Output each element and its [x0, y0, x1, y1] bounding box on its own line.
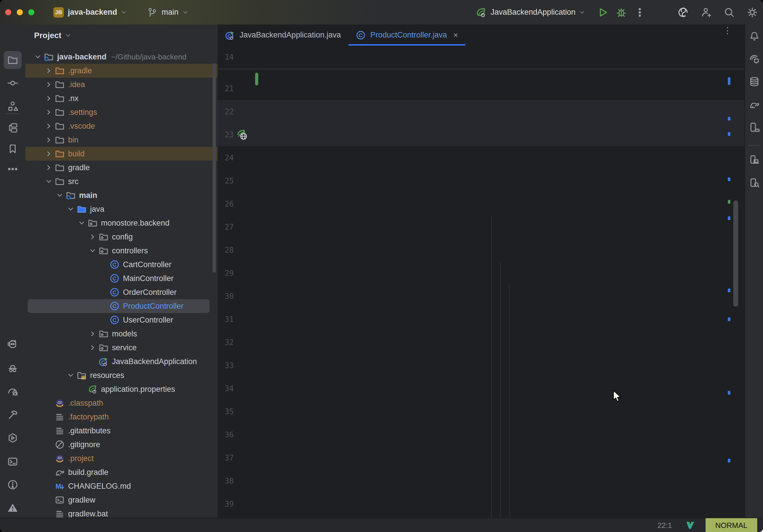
tree-row-.gradle[interactable]: .gradle	[25, 64, 218, 78]
tool-stripe-bookmarks-icon[interactable]	[4, 140, 22, 158]
tool-stripe-project-folder-icon[interactable]	[4, 51, 22, 69]
change-stripe-mark[interactable]	[728, 132, 730, 136]
change-stripe-mark[interactable]	[728, 317, 730, 321]
code-line-23[interactable]: 23	[218, 123, 744, 146]
change-stripe-mark[interactable]	[728, 177, 730, 181]
code-line-28[interactable]: 28	[218, 239, 744, 262]
chevron-down-icon[interactable]	[77, 219, 86, 227]
change-stripe-mark[interactable]	[728, 216, 730, 220]
tree-row-src[interactable]: src	[25, 174, 218, 188]
project-panel-header[interactable]: Project	[25, 25, 218, 47]
caret-position[interactable]: 22:1	[657, 521, 672, 530]
debug-bug-icon[interactable]	[616, 7, 627, 18]
chevron-right-icon[interactable]	[45, 80, 53, 89]
tab-options-kebab-icon[interactable]: ⋮	[723, 29, 732, 33]
tree-row-CHANGELOG.md[interactable]: MCHANGELOG.md	[25, 479, 218, 493]
chevron-down-icon[interactable]	[66, 371, 75, 380]
tool-stripe-build-hammer-icon[interactable]	[4, 406, 22, 424]
code-line-25[interactable]: 25	[218, 169, 744, 192]
tree-row-CartController[interactable]: CCartController	[25, 258, 218, 271]
change-stripe-mark[interactable]	[728, 77, 730, 85]
tree-row-.project[interactable]: .project	[25, 452, 218, 465]
code-line-22[interactable]: 22	[218, 100, 744, 123]
code-line-26[interactable]: 26	[218, 192, 744, 216]
tool-stripe-running-devices-icon[interactable]	[749, 154, 760, 165]
tool-stripe-commit-icon[interactable]	[4, 74, 22, 92]
chevron-right-icon[interactable]	[88, 233, 97, 241]
tree-row-java[interactable]: java	[25, 202, 218, 216]
tree-row-JavaBackendApplication[interactable]: CJavaBackendApplication	[25, 355, 218, 369]
tree-row-.settings[interactable]: .settings	[25, 105, 218, 119]
code-line-39[interactable]: 39	[218, 492, 744, 516]
tool-stripe-terminal-icon[interactable]	[4, 453, 22, 471]
tree-row-controllers[interactable]: controllers	[25, 244, 218, 258]
tree-row-UserController[interactable]: CUserController	[25, 313, 218, 327]
code-line-33[interactable]: 33	[218, 354, 744, 377]
tool-stripe-warnings-icon[interactable]	[4, 499, 22, 517]
code-line-30[interactable]: 30	[218, 285, 744, 308]
tool-stripe-more-icon[interactable]	[4, 160, 22, 178]
chevron-right-icon[interactable]	[45, 66, 53, 75]
tree-row-gradlew.bat[interactable]: gradlew.bat	[25, 507, 218, 518]
tool-stripe-device-android-icon[interactable]	[749, 122, 760, 133]
tree-row-.gitattributes[interactable]: .gitattributes	[25, 424, 218, 438]
chevron-down-icon[interactable]	[45, 177, 53, 186]
change-stripe-mark[interactable]	[728, 459, 730, 463]
editor-scrollbar[interactable]	[733, 200, 738, 307]
vim-mode-badge[interactable]: NORMAL	[706, 518, 757, 532]
project-tree-scrollbar[interactable]	[213, 63, 216, 272]
chevron-down-icon[interactable]	[66, 205, 75, 213]
code-line-38[interactable]: 38	[218, 470, 744, 492]
settings-gear-icon[interactable]	[747, 7, 758, 18]
tree-row-main[interactable]: main	[25, 188, 218, 202]
code-line-34[interactable]: 34	[218, 377, 744, 400]
editor-tab-JavaBackendApplication.java[interactable]: CJavaBackendApplication.java	[218, 25, 348, 46]
tool-stripe-notifications-bell-icon[interactable]	[749, 30, 760, 42]
tree-row-build[interactable]: build	[25, 147, 218, 161]
tree-row-.idea[interactable]: .idea	[25, 78, 218, 91]
tree-row-application.properties[interactable]: application.properties	[25, 382, 218, 396]
tree-row-build.gradle[interactable]: build.gradle	[25, 465, 218, 479]
tree-row-.gitignore[interactable]: .gitignore	[25, 438, 218, 452]
add-user-icon[interactable]	[701, 7, 711, 18]
chevron-down-icon[interactable]	[55, 191, 64, 200]
run-play-icon[interactable]	[598, 7, 608, 18]
change-stripe-mark[interactable]	[728, 288, 730, 292]
chevron-right-icon[interactable]	[45, 108, 53, 117]
tree-row-gradlew[interactable]: gradlew	[25, 493, 218, 507]
tree-row-java-backend[interactable]: java-backend~/Github/java-backend	[25, 50, 218, 64]
change-stripe-mark[interactable]	[728, 391, 730, 395]
tree-row-service[interactable]: service	[25, 341, 218, 355]
run-configuration[interactable]: JavaBackendApplication	[490, 8, 576, 17]
tree-row-ProductController[interactable]: CProductController	[25, 299, 218, 313]
minimize-window-button[interactable]	[17, 9, 23, 15]
change-stripe-mark[interactable]	[728, 117, 730, 121]
tool-stripe-database-icon[interactable]	[749, 76, 760, 87]
tree-row-bin[interactable]: bin	[25, 133, 218, 147]
chevron-right-icon[interactable]	[88, 330, 97, 338]
code-line-24[interactable]: 24	[218, 146, 744, 169]
tool-stripe-profiler-icon[interactable]	[4, 382, 22, 400]
tree-row-.vscode[interactable]: .vscode	[25, 119, 218, 133]
branch-switcher[interactable]: main	[147, 7, 189, 18]
chevron-right-icon[interactable]	[45, 150, 53, 158]
close-window-button[interactable]	[5, 9, 11, 15]
tool-stripe-problems-icon[interactable]	[4, 476, 22, 494]
zoom-window-button[interactable]	[28, 9, 34, 15]
tool-stripe-hierarchy-icon[interactable]	[4, 119, 22, 137]
tool-stripe-device-explorer-icon[interactable]	[749, 177, 760, 188]
search-icon[interactable]	[724, 7, 735, 18]
chevron-right-icon[interactable]	[45, 122, 53, 130]
editor-tab-ProductController.java[interactable]: CProductController.java×	[348, 25, 466, 46]
project-switcher[interactable]: java-backend	[64, 8, 128, 17]
tool-stripe-ai-chat-icon[interactable]	[749, 53, 760, 65]
tree-row-MainController[interactable]: CMainController	[25, 271, 218, 285]
tree-row-monostore.backend[interactable]: monostore.backend	[25, 216, 218, 230]
code-line-21[interactable]: 21	[218, 77, 744, 100]
tool-stripe-incognito-icon[interactable]	[4, 359, 22, 377]
sticky-code-line[interactable]: 14	[218, 46, 744, 69]
code-line-29[interactable]: 29	[218, 262, 744, 285]
tree-row-.classpath[interactable]: .classpath	[25, 396, 218, 410]
code-line-31[interactable]: 31	[218, 308, 744, 331]
code-line-35[interactable]: 35	[218, 400, 744, 423]
